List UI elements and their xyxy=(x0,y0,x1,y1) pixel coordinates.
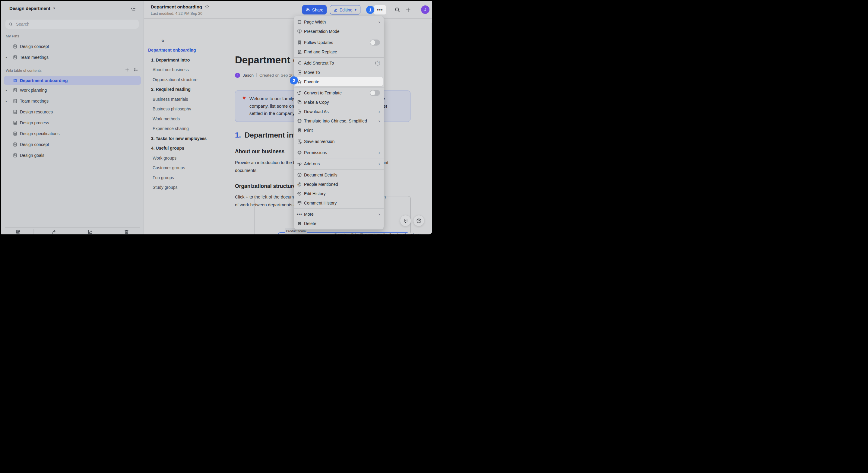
menu-item-people-mentioned[interactable]: @People Mentioned xyxy=(294,179,384,189)
menu-item-move-to[interactable]: Move To xyxy=(294,67,384,77)
chevron-down-icon: ▼ xyxy=(354,8,357,11)
table-cell-hint: Supervisor: Enter @+name to mention the … xyxy=(333,233,423,234)
trash-icon xyxy=(297,221,302,226)
info-icon xyxy=(297,173,302,177)
gear-icon xyxy=(297,150,302,155)
doc-topbar-title: Department onboarding xyxy=(151,4,202,9)
question-icon xyxy=(416,218,422,224)
user-avatar[interactable]: J xyxy=(421,5,430,14)
find-replace-icon xyxy=(297,50,302,54)
menu-item-document-details[interactable]: Document Details xyxy=(294,170,384,179)
menu-divider xyxy=(294,208,384,209)
shortcut-icon xyxy=(297,61,302,65)
menu-item-save-as-version[interactable]: Save as Version xyxy=(294,137,384,146)
chevron-right-icon: › xyxy=(378,119,380,123)
app-window: Design department ▼ My Pins Design conce… xyxy=(1,1,432,234)
topbar: Department onboarding Last modified: 4:2… xyxy=(144,1,432,19)
help-circle-icon[interactable]: ? xyxy=(375,61,380,65)
menu-item-favorite[interactable]: Favorite xyxy=(295,77,383,86)
menu-divider xyxy=(294,158,384,158)
screenshot-frame: Design department ▼ My Pins Design conce… xyxy=(0,0,434,237)
share-button-label: Share xyxy=(312,7,323,12)
ellipsis-icon: ••• xyxy=(377,7,383,13)
step-badge-1: 1 xyxy=(366,6,374,14)
vertical-scrollbar[interactable] xyxy=(432,22,432,101)
menu-divider xyxy=(294,37,384,37)
menu-item-follow-updates[interactable]: Follow Updates xyxy=(294,38,384,47)
menu-item-print[interactable]: Print xyxy=(294,125,384,135)
at-icon: @ xyxy=(297,182,302,186)
menu-item-make-a-copy[interactable]: Make a Copy xyxy=(294,97,384,107)
pencil-icon xyxy=(334,8,338,12)
more-dots-icon: ••• xyxy=(297,212,302,216)
create-new-icon[interactable] xyxy=(405,7,411,13)
topbar-divider xyxy=(416,7,416,13)
menu-divider xyxy=(294,57,384,58)
comment-icon xyxy=(297,201,302,205)
menu-item-translate-into-chinese-simplified[interactable]: Translate Into Chinese, Simplified› xyxy=(294,116,384,125)
author-avatar: J xyxy=(235,73,240,78)
toggle-off[interactable] xyxy=(370,90,380,96)
download-icon xyxy=(297,109,302,114)
menu-item-delete[interactable]: Delete xyxy=(294,219,384,228)
search-icon[interactable] xyxy=(395,7,400,13)
star-icon[interactable] xyxy=(205,4,209,9)
paragraph-line: documents. xyxy=(235,168,257,173)
template-icon xyxy=(297,90,302,95)
heading-department-intro: 1.Department intro xyxy=(235,131,303,139)
menu-item-edit-history[interactable]: Edit History xyxy=(294,189,384,198)
step-badge-2: 2 xyxy=(290,76,298,85)
last-modified-text: Last modified: 4:22 PM Sep 20 xyxy=(151,11,203,16)
menu-item-find-and-replace[interactable]: Find and Replace xyxy=(294,47,384,56)
heading-organizational-structure: Organizational structure xyxy=(235,183,296,189)
translate-icon xyxy=(297,119,302,123)
print-icon xyxy=(297,128,302,133)
copy-icon xyxy=(297,100,302,105)
chevron-right-icon: › xyxy=(378,20,380,24)
workspace-switcher[interactable]: Design department ▼ xyxy=(9,6,56,11)
menu-item-download-as[interactable]: Download As› xyxy=(294,107,384,116)
editing-mode-button[interactable]: Editing ▼ xyxy=(330,5,361,14)
menu-divider xyxy=(294,147,384,147)
share-button[interactable]: Share xyxy=(302,5,327,14)
topbar-divider xyxy=(389,7,390,13)
menu-divider xyxy=(294,136,384,136)
chevron-down-icon: ▼ xyxy=(53,7,56,10)
menu-item-permissions[interactable]: Permissions› xyxy=(294,148,384,157)
chevron-right-icon: › xyxy=(378,161,380,166)
menu-divider xyxy=(294,169,384,170)
created-date: Created on Sep 20 xyxy=(259,73,293,78)
chevron-right-icon: › xyxy=(378,150,380,155)
page-width-icon xyxy=(297,20,302,24)
version-icon xyxy=(297,139,302,144)
history-icon xyxy=(297,191,302,196)
people-icon xyxy=(306,7,310,12)
menu-item-presentation-mode[interactable]: Presentation Mode xyxy=(294,27,384,36)
help-button[interactable] xyxy=(413,215,424,226)
chevron-right-icon: › xyxy=(378,109,380,114)
more-menu-button[interactable]: ••• xyxy=(374,5,386,14)
toggle-off[interactable] xyxy=(370,39,380,46)
doc-author-row: J Jason Created on Sep 20 xyxy=(235,73,293,78)
menu-item-page-width[interactable]: Page Width› xyxy=(294,17,384,27)
doc-more-menu: Page Width›Presentation ModeFollow Updat… xyxy=(294,16,384,230)
menu-item-add-ons[interactable]: Add-ons› xyxy=(294,159,384,168)
chevron-right-icon: › xyxy=(378,212,380,216)
move-icon xyxy=(297,70,302,75)
menu-item-comment-history[interactable]: Comment History xyxy=(294,198,384,208)
menu-item-convert-to-template[interactable]: Convert to Template xyxy=(294,88,384,97)
addons-icon xyxy=(297,161,302,166)
menu-item-more[interactable]: •••More› xyxy=(294,209,384,219)
sidebar-collapse-icon[interactable] xyxy=(131,6,136,11)
scroll-rail xyxy=(431,19,431,234)
heart-icon: ♥ xyxy=(243,95,246,101)
editing-button-label: Editing xyxy=(340,7,352,12)
doc-comment-icon xyxy=(403,218,408,224)
workspace-title: Design department xyxy=(9,6,50,11)
presentation-icon xyxy=(297,29,302,34)
doc-comments-button[interactable] xyxy=(400,215,411,226)
heading-about-our-business: About our business xyxy=(235,148,284,155)
menu-item-add-shortcut-to[interactable]: Add Shortcut To? xyxy=(294,58,384,67)
author-name[interactable]: Jason xyxy=(243,73,254,78)
follow-icon xyxy=(297,40,302,45)
